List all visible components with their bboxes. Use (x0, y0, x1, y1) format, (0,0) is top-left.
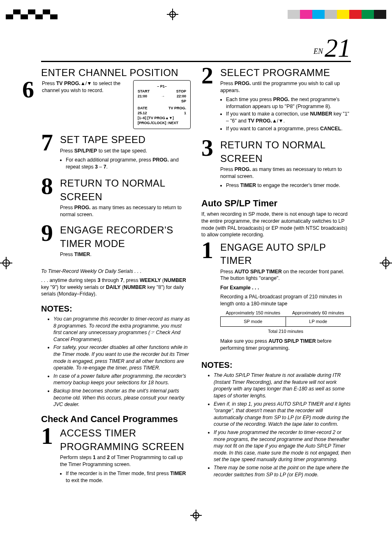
step-number: 9 (41, 224, 60, 242)
step-title: ENGAGE RECORDER'S TIMER MODE (60, 224, 191, 250)
step-number: 7 (41, 133, 60, 152)
notes-list-left: You can programme this recorder to timer… (41, 316, 191, 408)
auto-sp-lp-para: If, when recording in SP mode, there is … (201, 211, 351, 238)
serials-intro: To Timer-Record Weekly Or Daily Serials … (41, 268, 191, 275)
step-title: SELECT PROGRAMME (220, 66, 351, 79)
registration-mark-icon (190, 510, 202, 521)
step-2-select: 2 SELECT PROGRAMME Press PROG. until the… (201, 66, 351, 136)
step-bullets: Each time you press PROG. the next progr… (220, 96, 351, 132)
step-number: 8 (41, 177, 60, 196)
mode-table-header: Approximately 60 minutes (286, 310, 351, 317)
step-text: Perform steps 1 and 2 of Timer Programmi… (60, 454, 191, 468)
serials-body: . . . anytime during steps 3 through 7, … (41, 277, 191, 298)
step-title: RETURN TO NORMAL SCREEN (60, 177, 191, 203)
step-3-return: 3 RETURN TO NORMAL SCREEN Press PROG. as… (201, 138, 351, 192)
step-number: 1 (41, 427, 60, 446)
step-text: Press PROG. until the programme you wish… (220, 80, 351, 94)
notes-heading: NOTES: (201, 360, 351, 371)
auto-sp-lp-heading: Auto SP/LP Timer (201, 197, 351, 210)
auto-tail: Make sure you press AUTO SP/LP TIMER bef… (220, 338, 351, 351)
mode-table-header: Approximately 150 minutes (221, 310, 286, 317)
mode-table: Approximately 150 minutes Approximately … (220, 310, 351, 327)
note-item: There may be some noise at the point on … (214, 464, 351, 478)
step-number: 2 (201, 66, 220, 85)
note-item: If you have programmed the recorder to t… (214, 429, 351, 463)
step-text: Press AUTO SP/LP TIMER on the recorder f… (220, 268, 351, 282)
step-7: 7 SET TAPE SPEED Press SP/LP/EP to set t… (41, 133, 191, 173)
lcd-panel: – P1– START21:00 → STOP22:00 SP DATE25.1… (133, 80, 191, 129)
note-item: For safety, your recorder disables all o… (53, 344, 191, 371)
example-body: Recording a PAL-broadcast program of 210… (220, 293, 351, 307)
step-title: ENTER CHANNEL POSITION (41, 66, 191, 79)
step-9: 9 ENGAGE RECORDER'S TIMER MODE Press TIM… (41, 224, 191, 260)
step-title: SET TAPE SPEED (60, 133, 191, 146)
example-label: For Example . . . (220, 284, 351, 291)
note-item: Backup time becomes shorter as the unit'… (53, 388, 191, 408)
note-item: The Auto SP/LP Timer feature is not avai… (214, 372, 351, 399)
checker-pattern (6, 9, 58, 19)
step-number: 3 (201, 138, 220, 157)
note-item: In case of a power failure after program… (53, 373, 191, 386)
page-number: 21 (325, 36, 351, 60)
page-header: EN 21 (41, 36, 351, 62)
check-cancel-heading: Check And Cancel Programmes (41, 413, 191, 425)
step-text: Press TV PROG.▲/▼ to select the channel … (42, 80, 129, 127)
step-text: Press PROG. as many times as necessary t… (60, 204, 191, 218)
step-bullets: If the recorder is in the Timer mode, fi… (60, 470, 191, 484)
step-bullets: Press TIMER to engage the recorder's tim… (220, 182, 351, 189)
step-title: ENGAGE AUTO SP/LP TIMER (220, 241, 351, 268)
step-title: ACCESS TIMER PROGRAM­MING SCREEN (60, 427, 191, 453)
step-title: RETURN TO NORMAL SCREEN (220, 138, 351, 165)
note-item: Even if, in step 1, you press AUTO SP/LP… (214, 401, 351, 428)
step-text: Press TIMER. (60, 251, 191, 258)
step-8: 8 RETURN TO NORMAL SCREEN Press PROG. as… (41, 177, 191, 220)
registration-mark-icon (167, 9, 178, 20)
step-text: Press SP/LP/EP to set the tape speed. (60, 148, 191, 155)
print-marks-top (0, 0, 392, 25)
step-number: 6 (22, 80, 41, 129)
mode-table-cell: SP mode (221, 317, 286, 327)
mode-table-cell: LP mode (286, 317, 351, 327)
notes-heading: NOTES: (41, 303, 191, 314)
page-lang-label: EN (314, 46, 323, 56)
notes-list-right: The Auto SP/LP Timer feature is not avai… (201, 372, 351, 478)
step-bullets: For each additional programme, press PRO… (60, 157, 191, 170)
step-1-access: 1 ACCESS TIMER PROGRAM­MING SCREEN Perfo… (41, 427, 191, 487)
color-bar (288, 10, 386, 19)
mode-table-caption: Total 210 minutes (220, 328, 351, 335)
step-1-auto: 1 ENGAGE AUTO SP/LP TIMER Press AUTO SP/… (201, 241, 351, 354)
note-item: You can programme this recorder to timer… (53, 316, 191, 343)
step-6: ENTER CHANNEL POSITION 6 Press TV PROG.▲… (41, 66, 191, 129)
step-text: Press PROG. as many times as necessary t… (220, 166, 351, 180)
step-number: 1 (201, 241, 220, 260)
